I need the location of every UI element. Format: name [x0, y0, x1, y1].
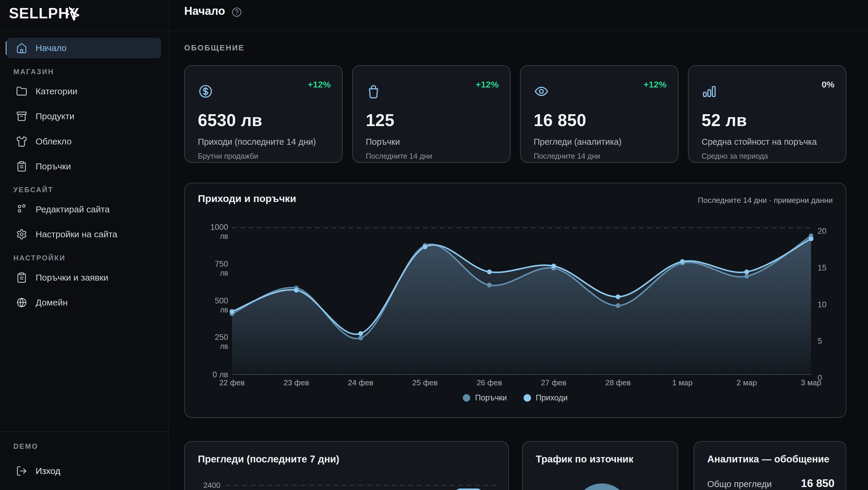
card-title: Трафик по източник — [536, 454, 633, 465]
sidebar-item-label: Поръчки — [36, 161, 71, 172]
sidebar-item-label: Облекло — [36, 136, 71, 147]
sidebar-item-label: Продукти — [36, 111, 74, 121]
legend-dot — [463, 394, 470, 402]
sidebar-item-orders-requests[interactable]: Поръчки и заявки — [6, 267, 161, 288]
sidebar-item-label: Домейн — [36, 298, 68, 308]
stat-card-avg-order: 0% 52 лв Средна стойност на поръчка Сред… — [688, 65, 846, 163]
page-title: Начало — [184, 5, 225, 18]
sidebar-item-site-settings[interactable]: Настройки на сайта — [6, 224, 161, 245]
axis-tick: 2400 — [202, 481, 220, 490]
eye-icon — [534, 84, 549, 99]
stat-sublabel: Брутни продажби — [198, 152, 258, 160]
x-axis-tick: 2 мар — [737, 378, 757, 387]
clipboard-icon — [16, 272, 27, 283]
summary-section-label: ОБОБЩЕНИЕ — [184, 43, 244, 53]
legend-item-revenue[interactable]: Приходи — [524, 393, 568, 402]
x-axis-tick: 23 фев — [284, 378, 309, 387]
x-axis-tick: 22 фев — [219, 378, 245, 387]
legend-item-orders[interactable]: Поръчки — [463, 393, 507, 402]
folder-icon — [16, 86, 27, 97]
y-axis-tick-unit: лв — [220, 269, 228, 277]
sidebar-item-domain[interactable]: Домейн — [6, 292, 161, 313]
y-axis-tick-unit: лв — [220, 232, 228, 240]
stat-sublabel: Средно за периода — [702, 152, 768, 160]
shopping-bag-icon — [366, 84, 381, 99]
delta-badge: +12% — [308, 80, 331, 90]
series-1-point[interactable] — [680, 259, 685, 264]
gear-icon — [16, 229, 27, 240]
row-value: 16 850 — [801, 477, 835, 490]
x-axis-tick: 24 фев — [348, 378, 373, 387]
series-1-point[interactable] — [616, 295, 620, 299]
sidebar-section-website: УЕБСАЙТ — [13, 186, 53, 194]
y-axis-tick: 750 — [215, 259, 228, 269]
x-axis-tick: 27 фев — [541, 378, 567, 387]
series-1-point[interactable] — [423, 244, 428, 249]
y2-axis-tick: 5 — [817, 337, 822, 345]
sidebar-item-home[interactable]: Начало — [6, 38, 161, 58]
y-axis-tick: 250 — [215, 333, 228, 342]
y-axis-tick: 0 лв — [212, 370, 228, 379]
line-chart: 1000лв750лв500лв250лв0 лв2015105022 фев2… — [185, 183, 846, 417]
sidebar-item-label: Начало — [36, 43, 67, 53]
sidebar-item-clothing[interactable]: Облекло — [6, 131, 161, 152]
stat-label: Прегледи (аналитика) — [534, 137, 621, 147]
series-1-point[interactable] — [359, 331, 363, 336]
y-axis-tick: 1000 — [210, 223, 228, 232]
sidebar-item-label: Редактирай сайта — [36, 204, 110, 214]
help-icon[interactable] — [231, 6, 242, 18]
bar — [455, 489, 482, 490]
stat-value: 16 850 — [534, 110, 586, 130]
traffic-source-card: Трафик по източник — [522, 441, 678, 490]
legend-label: Поръчки — [475, 393, 507, 402]
delta-badge: +12% — [644, 80, 666, 90]
sidebar-item-products[interactable]: Продукти — [6, 106, 161, 127]
sidebar-section-store: МАГАЗИН — [13, 68, 54, 76]
stat-card-orders: +12% 125 Поръчки Последните 14 дни — [352, 65, 510, 163]
stat-label: Средна стойност на поръчка — [702, 137, 817, 147]
series-1-point[interactable] — [551, 264, 556, 269]
delta-badge: +12% — [475, 80, 499, 90]
stat-label: Приходи (последните 14 дни) — [198, 137, 316, 147]
sidebar-item-edit-site[interactable]: Редактирай сайта — [6, 199, 161, 220]
layout-shapes-icon — [16, 204, 27, 215]
stat-cards-row: +12% 6530 лв Приходи (последните 14 дни)… — [184, 65, 846, 163]
logout-button[interactable]: Изход — [6, 461, 161, 481]
stat-sublabel: Последните 14 дни — [366, 152, 432, 160]
series-1-point[interactable] — [744, 270, 749, 274]
sidebar-item-categories[interactable]: Категории — [6, 81, 161, 102]
x-axis-tick: 3 мар — [801, 378, 821, 387]
row-label: Общо прегледи — [707, 479, 772, 489]
series-1-point[interactable] — [229, 309, 235, 314]
stat-value: 6530 лв — [198, 110, 262, 130]
logout-icon — [16, 465, 27, 477]
x-axis-tick: 28 фев — [605, 378, 631, 387]
home-icon — [16, 42, 27, 54]
y-axis-tick-unit: лв — [220, 342, 228, 350]
series-1-point[interactable] — [809, 236, 813, 241]
legend-label: Приходи — [536, 393, 568, 402]
y2-axis-tick: 20 — [817, 226, 827, 236]
stat-value: 125 — [366, 110, 395, 130]
y-axis-tick-unit: лв — [220, 306, 228, 314]
series-1-point[interactable] — [294, 288, 299, 293]
x-axis-tick: 26 фев — [477, 378, 502, 387]
globe-icon — [16, 297, 27, 308]
shirt-icon — [16, 136, 27, 147]
series-1-point[interactable] — [487, 270, 492, 274]
card-title: Аналитика — обобщение — [707, 454, 830, 465]
sidebar-item-orders[interactable]: Поръчки — [6, 156, 161, 177]
gridline — [226, 485, 500, 486]
sidebar-item-label: Поръчки и заявки — [36, 273, 108, 283]
header-divider — [0, 31, 868, 31]
x-axis-tick: 1 мар — [672, 378, 692, 387]
pie-chart — [574, 484, 629, 490]
sidebar-item-label: Категории — [36, 86, 78, 96]
stat-value: 52 лв — [702, 110, 747, 130]
delta-badge: 0% — [822, 80, 835, 90]
y-axis-tick: 500 — [215, 296, 228, 305]
weekly-views-card: Прегледи (последните 7 дни) 2400 — [184, 441, 509, 490]
analytics-summary-card: Аналитика — обобщение Общо прегледи 16 8… — [693, 441, 846, 490]
sidebar-item-label: Настройки на сайта — [36, 229, 118, 239]
card-title: Прегледи (последните 7 дни) — [198, 454, 339, 465]
